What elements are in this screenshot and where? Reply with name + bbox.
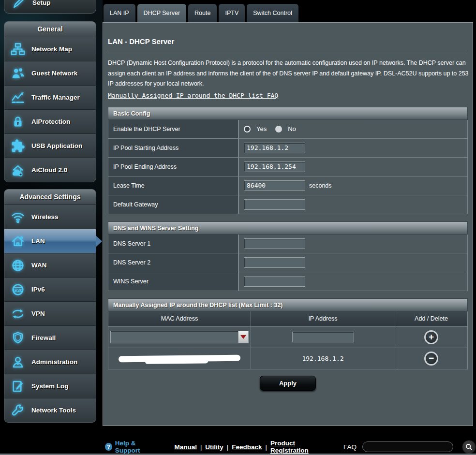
dhcp-no-radio[interactable]	[275, 126, 282, 132]
manual-assignment-table: MAC Address IP Address Add / Delete +	[108, 311, 468, 369]
ip-address-column-header: IP Address	[251, 311, 395, 326]
table-row: IP Pool Starting Address	[108, 139, 468, 158]
sidebar-item-setup[interactable]: Setup	[4, 0, 96, 14]
ipv6-globe-icon: IPv6	[4, 282, 31, 297]
title-divider	[108, 52, 468, 52]
link-separator: |	[227, 443, 228, 451]
dns-server-1-input[interactable]	[244, 238, 305, 249]
pool-end-label: IP Pool Ending Address	[108, 158, 239, 176]
active-item-arrow	[96, 235, 102, 247]
network-tools-wrench-icon	[4, 403, 31, 418]
utility-link[interactable]: Utility	[205, 443, 223, 451]
usb-application-puzzle-icon	[4, 139, 31, 153]
sidebar-item-label: Guest Network	[31, 70, 77, 77]
pool-start-label: IP Pool Starting Address	[108, 139, 239, 157]
aicloud-icon	[4, 163, 31, 177]
system-log-icon	[4, 379, 31, 394]
sidebar-item-lan[interactable]: LAN	[4, 229, 96, 253]
pool-start-input[interactable]	[244, 143, 305, 153]
table-row: DNS Server 1	[108, 235, 468, 253]
footer-links: Manual | Utility | Feedback | Product Re…	[174, 440, 323, 454]
sidebar-item-firewall[interactable]: Firewall	[4, 325, 96, 350]
sidebar-header-general: General	[4, 22, 96, 37]
help-support-label: Help & Support	[115, 440, 159, 454]
sidebar-item-network-map[interactable]: Network Map	[4, 37, 96, 61]
question-mark-icon: ?	[105, 443, 112, 451]
sidebar-item-administration[interactable]: Administration	[4, 350, 96, 374]
table-row: Enable the DHCP Server Yes No	[108, 120, 468, 139]
dns-wins-section: DNS and WINS Server Setting DNS Server 1…	[108, 221, 468, 291]
sidebar-item-label: AiCloud 2.0	[31, 166, 67, 174]
setup-pen-icon	[4, 0, 32, 10]
dns-server-2-label: DNS Server 2	[108, 253, 239, 272]
wins-server-input[interactable]	[244, 276, 305, 287]
add-delete-column-header: Add / Delete	[395, 311, 467, 326]
sidebar-item-ipv6[interactable]: IPv6 IPv6	[4, 277, 96, 301]
tab-switch-control[interactable]: Switch Control	[247, 4, 298, 22]
dns-server-2-input[interactable]	[244, 257, 305, 268]
tab-iptv[interactable]: IPTV	[219, 4, 245, 22]
delete-entry-button[interactable]: −	[424, 352, 438, 366]
product-registration-link[interactable]: Product Registration	[270, 440, 323, 454]
firewall-shield-icon	[4, 331, 31, 345]
manually-assigned-faq-link[interactable]: Manually Assigned IP around the DHCP lis…	[108, 92, 278, 99]
sidebar-item-label: USB Application	[31, 142, 82, 149]
sidebar-item-label: LAN	[31, 237, 45, 245]
default-gateway-label: Default Gateway	[108, 195, 239, 214]
manual-link[interactable]: Manual	[174, 443, 197, 451]
faq-search-button[interactable]	[462, 440, 476, 454]
help-support-link[interactable]: ? Help & Support	[105, 440, 159, 454]
sidebar-item-vpn[interactable]: VPN	[4, 301, 96, 325]
wireless-wifi-icon	[4, 210, 31, 224]
faq-search-input[interactable]	[362, 441, 453, 452]
sidebar-group-advanced: Advanced Settings Wireless LAN WAN IPv6 …	[4, 189, 96, 423]
dhcp-yes-radio[interactable]	[244, 126, 251, 132]
lan-house-icon	[4, 234, 31, 249]
sidebar-item-wan[interactable]: WAN	[4, 253, 96, 277]
sidebar-group-general: General Network Map Guest Network Traffi…	[4, 21, 96, 182]
sidebar-item-usb-application[interactable]: USB Application	[4, 133, 96, 158]
link-separator: |	[266, 443, 267, 451]
add-entry-button[interactable]: +	[424, 330, 438, 344]
guest-network-icon	[4, 66, 31, 81]
search-icon	[465, 443, 473, 451]
sidebar-item-label: IPv6	[31, 286, 45, 293]
table-row: 192.168.1.2 −	[108, 348, 467, 369]
mac-address-dropdown[interactable]	[110, 331, 249, 343]
sidebar-item-aicloud[interactable]: AiCloud 2.0	[4, 158, 96, 182]
sidebar-item-traffic-manager[interactable]: Traffic Manager	[4, 85, 96, 109]
pool-end-input[interactable]	[244, 161, 305, 172]
dns-server-1-label: DNS Server 1	[108, 235, 239, 253]
manual-assignment-section: Manually Assigned IP around the DHCP lis…	[108, 298, 468, 369]
sidebar-item-label: VPN	[31, 310, 45, 317]
administration-person-icon	[4, 355, 31, 369]
manual-ip-input[interactable]	[292, 332, 354, 342]
sidebar-item-label: Network Tools	[31, 407, 76, 414]
apply-button[interactable]: Apply	[260, 376, 316, 391]
sidebar-item-network-tools[interactable]: Network Tools	[4, 398, 96, 422]
sidebar-item-label: Network Map	[31, 45, 72, 53]
table-row: Default Gateway	[108, 195, 468, 214]
tab-lan-ip[interactable]: LAN IP	[104, 4, 135, 22]
tab-dhcp-server[interactable]: DHCP Server	[137, 4, 186, 22]
tab-route[interactable]: Route	[188, 4, 217, 22]
sidebar-item-label: System Log	[31, 382, 69, 390]
page-description: DHCP (Dynamic Host Configuration Protoco…	[108, 58, 469, 89]
content-panel: LAN - DHCP Server DHCP (Dynamic Host Con…	[103, 22, 473, 426]
default-gateway-input[interactable]	[244, 199, 305, 210]
manual-assignment-header: Manually Assigned IP around the DHCP lis…	[108, 298, 468, 311]
dropdown-arrow-button[interactable]	[238, 331, 248, 343]
sidebar-item-wireless[interactable]: Wireless	[4, 205, 96, 229]
chevron-down-icon	[240, 335, 246, 339]
feedback-link[interactable]: Feedback	[232, 443, 262, 451]
dhcp-yes-label: Yes	[256, 125, 267, 132]
basic-config-section: Basic Config Enable the DHCP Server Yes …	[108, 107, 468, 214]
basic-config-header: Basic Config	[108, 107, 468, 120]
sidebar-item-aiprotection[interactable]: AiProtection	[4, 109, 96, 133]
table-header-row: MAC Address IP Address Add / Delete	[108, 311, 467, 326]
table-row: DNS Server 2	[108, 253, 468, 272]
minus-icon: −	[429, 353, 434, 363]
sidebar-item-guest-network[interactable]: Guest Network	[4, 61, 96, 85]
sidebar-item-system-log[interactable]: System Log	[4, 374, 96, 398]
lease-time-input[interactable]	[244, 180, 305, 191]
